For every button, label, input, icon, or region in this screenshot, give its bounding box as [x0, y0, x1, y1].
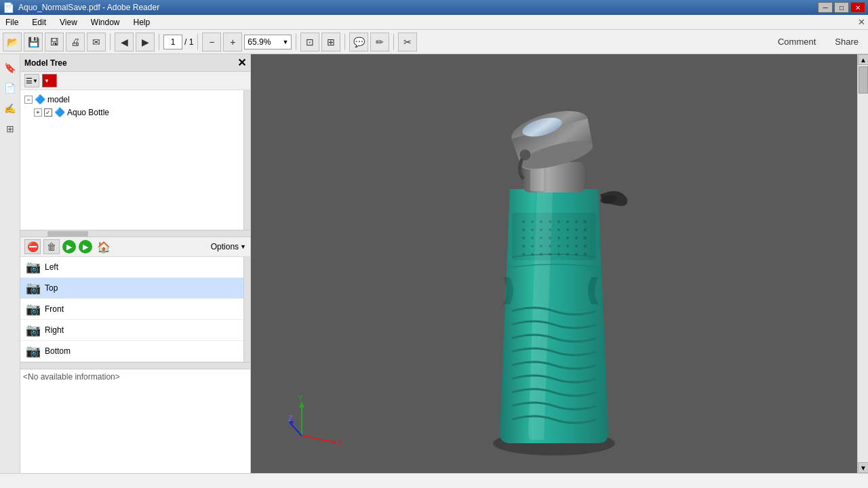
tree-hscroll[interactable] — [20, 230, 250, 237]
layers-icon[interactable]: ⊞ — [2, 121, 18, 137]
svg-point-8 — [522, 228, 525, 231]
view-label-left: Left — [45, 262, 58, 272]
view-label-front: Front — [45, 304, 64, 314]
svg-text:Z: Z — [288, 414, 293, 422]
menu-window[interactable]: Window — [88, 16, 123, 28]
scrollbar-down-button[interactable]: ▼ — [858, 462, 868, 473]
maximize-button[interactable]: □ — [834, 2, 849, 13]
svg-text:X: X — [337, 439, 342, 447]
views-options-button[interactable]: Options ▼ — [211, 242, 246, 251]
fit-page-button[interactable]: ⊡ — [300, 33, 319, 52]
tree-label-bottle: Aquo Bottle — [67, 108, 109, 117]
share-button[interactable]: Share — [828, 34, 865, 49]
page-input[interactable] — [163, 35, 182, 49]
status-bar — [0, 473, 868, 488]
tree-label-model: model — [47, 95, 70, 104]
views-options-chevron: ▼ — [240, 243, 246, 250]
tree-item-aquobottle[interactable]: + ✓ 🔷 Aquo Bottle — [33, 106, 248, 119]
right-scrollbar[interactable]: ▲ ▼ — [857, 54, 868, 473]
close-panel-x[interactable]: ✕ — [858, 17, 865, 27]
view-item-right[interactable]: 📷 Right — [20, 320, 250, 341]
separator-3 — [197, 34, 198, 50]
zoom-out-button[interactable]: − — [202, 33, 221, 52]
view-icon-front: 📷 — [26, 302, 41, 317]
svg-line-44 — [302, 436, 336, 443]
info-content: <No available information> — [20, 369, 250, 473]
tree-item-model[interactable]: − 🔷 model — [23, 93, 248, 106]
svg-point-13 — [566, 228, 569, 231]
select-button[interactable]: ✂ — [398, 33, 417, 52]
views-play2-button[interactable]: ▶ — [79, 240, 92, 253]
svg-point-10 — [540, 228, 542, 231]
open-button[interactable]: 📂 — [3, 33, 22, 52]
tree-content: − 🔷 model + ✓ 🔷 Aquo Bottle — [20, 90, 250, 230]
tree-checkbox-bottle[interactable]: ✓ — [44, 108, 52, 117]
fit-width-button[interactable]: ⊞ — [321, 33, 340, 52]
content-area[interactable]: X Y Z — [251, 54, 857, 473]
clip-body — [600, 191, 627, 206]
view-item-top[interactable]: 📷 Top — [20, 278, 250, 299]
tree-toolbar: ☰ ▼ ▼ — [20, 72, 250, 90]
bookmarks-icon[interactable]: 🔖 — [2, 60, 18, 76]
close-button[interactable]: ✕ — [850, 2, 865, 13]
scrollbar-up-button[interactable]: ▲ — [858, 54, 868, 65]
svg-point-20 — [557, 237, 560, 239]
separator-2 — [159, 34, 159, 50]
comment-button[interactable]: Comment — [771, 34, 823, 49]
tree-expander-bottle[interactable]: + — [34, 108, 42, 117]
scrollbar-thumb[interactable] — [859, 66, 868, 94]
svg-marker-48 — [299, 402, 304, 407]
title-bar: 📄 Aquo_NormalSave.pdf - Adobe Reader ─ □… — [0, 0, 868, 15]
color-swatch[interactable]: ▼ — [42, 74, 57, 87]
menu-view[interactable]: View — [57, 16, 80, 28]
model-tree-close[interactable]: ✕ — [237, 56, 246, 69]
menu-file[interactable]: File — [3, 16, 21, 28]
color-chevron-icon: ▼ — [44, 78, 50, 84]
tree-view-chevron: ▼ — [33, 78, 38, 84]
view-item-front[interactable]: 📷 Front — [20, 299, 250, 320]
email-button[interactable]: ✉ — [87, 33, 106, 52]
separator-5 — [344, 34, 345, 50]
views-list: 📷 Left 📷 Top 📷 Front 📷 Right 📷 Bo — [20, 257, 250, 362]
svg-point-18 — [540, 237, 542, 239]
grip-area — [512, 213, 596, 260]
save-button[interactable]: 💾 — [24, 33, 43, 52]
comment-tool-button[interactable]: 💬 — [349, 33, 368, 52]
svg-point-16 — [522, 237, 525, 239]
scrollbar-track — [858, 65, 868, 462]
toolbar: 📂 💾 🖫 🖨 ✉ ◀ ▶ / 1 − + 65.9% ▼ ⊡ ⊞ 💬 ✏ ✂ … — [0, 30, 868, 54]
minimize-button[interactable]: ─ — [818, 2, 833, 13]
menu-edit[interactable]: Edit — [29, 16, 49, 28]
svg-point-11 — [549, 228, 551, 231]
axes-indicator: X Y Z — [288, 395, 342, 449]
tree-expander-model[interactable]: − — [24, 96, 33, 104]
save-copy-button[interactable]: 🖫 — [45, 33, 64, 52]
markup-button[interactable]: ✏ — [370, 33, 389, 52]
menu-help[interactable]: Help — [131, 16, 153, 28]
views-remove-button[interactable]: ⛔ — [24, 239, 41, 254]
prev-view-button[interactable]: ◀ — [115, 33, 134, 52]
tree-view-menu[interactable]: ☰ ▼ — [24, 74, 39, 87]
signatures-icon[interactable]: ✍ — [2, 100, 18, 117]
zoom-in-button[interactable]: + — [223, 33, 242, 52]
tree-scrollbar[interactable] — [243, 90, 250, 230]
view-item-bottom[interactable]: 📷 Bottom — [20, 341, 250, 362]
views-play-button[interactable]: ▶ — [62, 240, 76, 253]
views-home-button[interactable]: 🏠 — [95, 239, 113, 254]
svg-point-15 — [584, 228, 587, 231]
svg-point-37 — [566, 253, 569, 256]
next-view-button[interactable]: ▶ — [136, 33, 155, 52]
views-hscroll[interactable] — [20, 362, 250, 369]
svg-point-22 — [575, 237, 578, 239]
views-scrollbar[interactable] — [243, 257, 250, 362]
views-delete-button[interactable]: 🗑 — [43, 239, 60, 254]
zoom-chevron-icon: ▼ — [282, 39, 288, 45]
svg-point-21 — [566, 237, 569, 239]
print-button[interactable]: 🖨 — [66, 33, 85, 52]
view-item-left[interactable]: 📷 Left — [20, 257, 250, 278]
svg-point-32 — [522, 253, 525, 256]
zoom-dropdown[interactable]: 65.9% ▼ — [244, 35, 292, 49]
pages-icon[interactable]: 📄 — [2, 80, 18, 96]
separator-4 — [296, 34, 296, 50]
svg-point-17 — [531, 237, 534, 239]
